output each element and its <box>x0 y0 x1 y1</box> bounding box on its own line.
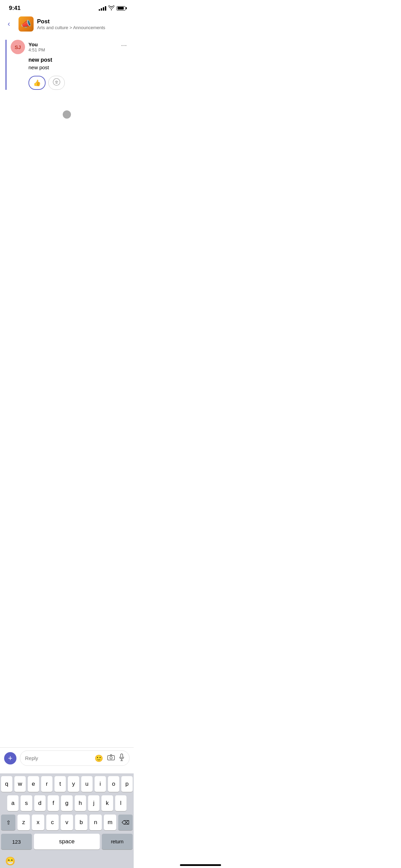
nav-header: ‹ 📣 Post Arts and culture > Announcement… <box>0 14 134 36</box>
user-info: You 4:51 PM <box>28 41 45 52</box>
status-time: 9:41 <box>9 5 21 12</box>
svg-point-2 <box>57 81 58 82</box>
scroll-indicator <box>0 90 134 125</box>
nav-title: Post <box>37 18 105 25</box>
avatar: SJ <box>11 40 25 54</box>
reactions: 👍 <box>11 76 128 90</box>
nav-breadcrumb: Arts and culture > Announcements <box>37 25 105 30</box>
wifi-icon <box>108 5 114 11</box>
user-name: You <box>28 41 45 47</box>
back-chevron-icon: ‹ <box>8 20 10 28</box>
user-left: SJ You 4:51 PM <box>11 40 45 54</box>
svg-point-1 <box>55 81 56 82</box>
post-title: new post <box>28 57 128 63</box>
post-body: new post <box>28 64 128 70</box>
post-content: new post new post <box>11 57 128 70</box>
battery-icon <box>117 6 127 11</box>
scroll-dot <box>63 110 71 119</box>
more-options-button[interactable]: ··· <box>120 40 128 50</box>
add-reaction-icon <box>53 78 60 87</box>
post-card: SJ You 4:51 PM ··· new post new post 👍 <box>5 40 128 90</box>
post-area: SJ You 4:51 PM ··· new post new post 👍 <box>0 36 134 90</box>
channel-icon: 📣 <box>19 16 34 32</box>
signal-bars-icon <box>99 6 106 11</box>
thumbsup-reaction-button[interactable]: 👍 <box>28 76 46 90</box>
post-time: 4:51 PM <box>28 47 45 52</box>
status-icons <box>99 5 127 11</box>
nav-text: Post Arts and culture > Announcements <box>37 18 105 30</box>
back-button[interactable]: ‹ <box>3 18 15 30</box>
add-reaction-button[interactable] <box>48 76 65 90</box>
thumbsup-icon: 👍 <box>33 79 41 87</box>
status-bar: 9:41 <box>0 0 134 14</box>
user-row: SJ You 4:51 PM ··· <box>11 40 128 54</box>
